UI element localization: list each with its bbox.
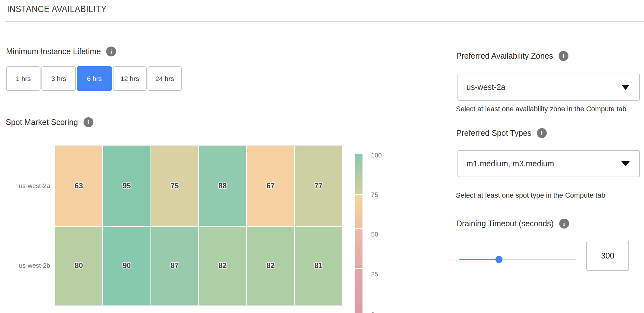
- preferred-spot-types-label-row: Preferred Spot Types i: [456, 128, 547, 138]
- heatmap-cell: 81: [295, 227, 342, 305]
- availability-zones-helper: Select at least one availability zone in…: [456, 105, 626, 113]
- lifetime-option-6hrs[interactable]: 6 hrs: [77, 66, 112, 91]
- colorbar-tick: 25: [371, 270, 393, 279]
- heatmap-cell: 88: [199, 146, 246, 226]
- heatmap-row-label: us-west-2b: [0, 261, 50, 270]
- heatmap-row: 63 95 75 88 67 77: [55, 146, 342, 226]
- slider-track-active[interactable]: [459, 259, 499, 260]
- spot-market-scoring-label-row: Spot Market Scoring i: [6, 117, 93, 127]
- heatmap-bottom-strip: [55, 305, 342, 306]
- preferred-spot-types-label: Preferred Spot Types: [456, 128, 531, 138]
- slider-track[interactable]: [499, 259, 576, 260]
- spot-types-value: m1.medium, m3.medium: [466, 159, 621, 168]
- header-divider: [5, 21, 644, 22]
- info-icon[interactable]: i: [106, 47, 116, 56]
- info-icon[interactable]: i: [559, 219, 569, 229]
- draining-timeout-label-row: Draining Timeout (seconds) i: [456, 219, 569, 229]
- slider-thumb[interactable]: [495, 256, 502, 263]
- lifetime-option-12hrs[interactable]: 12 hrs: [113, 66, 147, 91]
- availability-zones-dropdown[interactable]: us-west-2a: [457, 74, 640, 101]
- draining-timeout-input[interactable]: [586, 241, 629, 271]
- colorbar-segment: [355, 154, 362, 194]
- spot-types-helper: Select at least one spot type in the Com…: [456, 191, 605, 200]
- spot-market-heatmap: 63 95 75 88 67 77 80 90 87 82 82 81: [55, 145, 342, 306]
- colorbar-segment: [355, 229, 362, 268]
- spot-market-scoring-label: Spot Market Scoring: [6, 117, 78, 127]
- heatmap-cell: 90: [103, 227, 150, 305]
- heatmap-cell: 77: [295, 146, 342, 226]
- heatmap-cell: 82: [199, 227, 246, 305]
- preferred-availability-zones-label: Preferred Availability Zones: [456, 51, 553, 61]
- colorbar-segment: [355, 269, 362, 313]
- minimum-instance-lifetime-label: Minimum Instance Lifetime: [6, 47, 101, 56]
- lifetime-option-3hrs[interactable]: 3 hrs: [41, 66, 76, 91]
- heatmap-cell: 75: [151, 146, 198, 226]
- colorbar-tick: 50: [371, 230, 393, 239]
- minimum-instance-lifetime-label-row: Minimum Instance Lifetime i: [6, 47, 116, 56]
- draining-timeout-label: Draining Timeout (seconds): [456, 219, 554, 229]
- info-icon[interactable]: i: [84, 117, 93, 127]
- lifetime-option-1hrs[interactable]: 1 hrs: [6, 66, 40, 91]
- colorbar-tick: 75: [371, 191, 393, 199]
- heatmap-cell: 87: [151, 227, 198, 305]
- heatmap-cell: 82: [247, 227, 294, 305]
- heatmap-cell: 63: [55, 146, 102, 226]
- chevron-down-icon: [621, 161, 630, 166]
- availability-zones-value: us-west-2a: [466, 83, 621, 92]
- heatmap-row: 80 90 87 82 82 81: [55, 227, 342, 305]
- heatmap-colorbar: [355, 154, 362, 313]
- heatmap-row-label: us-west-2a: [0, 181, 50, 190]
- info-icon[interactable]: i: [559, 51, 568, 61]
- chevron-down-icon: [621, 85, 630, 90]
- heatmap-cell: 67: [247, 146, 294, 226]
- colorbar-tick: 0: [371, 310, 393, 313]
- heatmap-cell: 95: [103, 146, 150, 226]
- page-title: INSTANCE AVAILABILITY: [7, 4, 107, 14]
- info-icon[interactable]: i: [537, 128, 547, 138]
- spot-types-dropdown[interactable]: m1.medium, m3.medium: [457, 150, 640, 177]
- heatmap-cell: 80: [55, 227, 102, 305]
- draining-timeout-slider[interactable]: [459, 256, 576, 263]
- colorbar-tick: 100: [371, 151, 393, 160]
- instance-availability-page: INSTANCE AVAILABILITY Minimum Instance L…: [0, 0, 644, 313]
- lifetime-option-24hrs[interactable]: 24 hrs: [148, 66, 182, 91]
- lifetime-button-group: 1 hrs 3 hrs 6 hrs 12 hrs 24 hrs: [6, 66, 182, 91]
- preferred-availability-zones-label-row: Preferred Availability Zones i: [456, 51, 568, 61]
- colorbar-segment: [355, 195, 362, 228]
